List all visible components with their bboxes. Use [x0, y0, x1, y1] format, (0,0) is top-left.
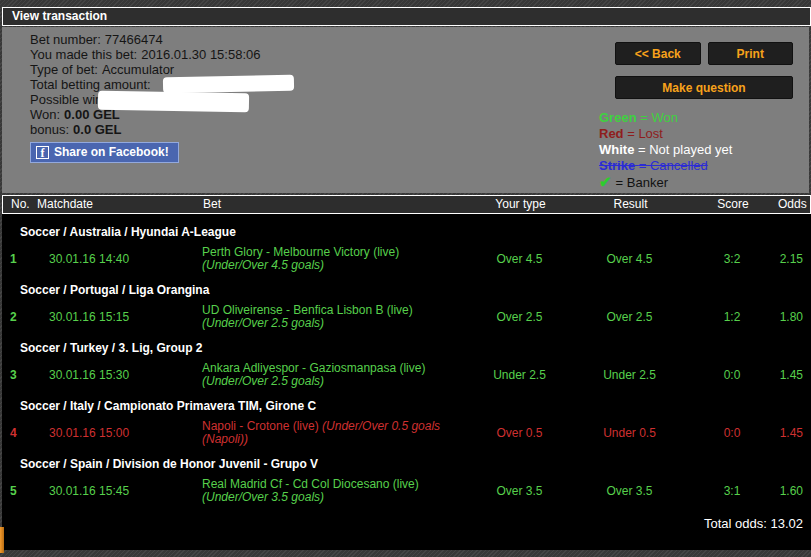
print-button[interactable]: Print [708, 42, 794, 65]
league-group: Soccer / Turkey / 3. Lig, Group 2 3 30.0… [2, 330, 811, 388]
bet-date-line: You made this bet:2016.01.30 15:58:06 [30, 47, 261, 62]
bet-date-label: You made this bet: [30, 47, 137, 62]
table-row: 4 30.01.16 15:00 Napoli - Crotone (live)… [2, 420, 811, 446]
redaction-blob-possible-win [98, 91, 249, 113]
bet-type-line: Type of bet:Accumulator [30, 62, 261, 77]
row-date: 30.01.16 15:30 [36, 368, 202, 382]
bet-type-value: Accumulator [102, 62, 174, 77]
make-question-button[interactable]: Make question [615, 76, 793, 99]
row-no: 5 [10, 484, 36, 498]
actions-and-legend: << Back Print Make question Green = Won … [615, 42, 793, 190]
bets-table: No. Matchdate Bet Your type Result Score… [2, 195, 811, 550]
table-row: 1 30.01.16 14:40 Perth Glory - Melbourne… [2, 246, 811, 272]
league-group: Soccer / Spain / Division de Honor Juven… [2, 446, 811, 504]
row-odds: 2.15 [777, 252, 803, 266]
row-your-type: Over 4.5 [467, 252, 572, 266]
table-row: 3 30.01.16 15:30 Ankara Adliyespor - Gaz… [2, 362, 811, 388]
table-row: 5 30.01.16 15:45 Real Madrid Cf - Cd Col… [2, 478, 811, 504]
color-legend: Green = Won Red = Lost White = Not playe… [599, 110, 793, 190]
bet-detail: (Under/Over 2.5 goals) [202, 316, 324, 330]
league-header: Soccer / Turkey / 3. Lig, Group 2 [2, 341, 811, 355]
row-score: 1:2 [687, 310, 777, 324]
facebook-icon: f [36, 146, 49, 159]
page-title: View transaction [2, 7, 811, 26]
row-no: 3 [10, 368, 36, 382]
row-bet: Ankara Adliyespor - Gaziosmanpasa (live)… [202, 362, 467, 388]
won-label: Won: [30, 107, 60, 122]
total-odds-value: 13.02 [770, 516, 803, 531]
table-header: No. Matchdate Bet Your type Result Score… [2, 195, 811, 214]
row-result: Over 4.5 [572, 252, 687, 266]
row-result: Under 0.5 [572, 426, 687, 440]
bet-number-label: Bet number: [30, 32, 101, 47]
row-your-type: Over 0.5 [467, 426, 572, 440]
redaction-blob-amount [163, 75, 294, 94]
row-result: Under 2.5 [572, 368, 687, 382]
bet-date-value: 2016.01.30 15:58:06 [141, 47, 260, 62]
col-no: No. [11, 196, 37, 213]
bet-detail: (Under/Over 4.5 goals) [202, 258, 324, 272]
edge-accent-strip [0, 527, 4, 553]
row-odds: 1.45 [777, 426, 803, 440]
row-bet: UD Oliveirense - Benfica Lisbon B (live)… [202, 304, 467, 330]
bet-name: UD Oliveirense - Benfica Lisbon B (live) [202, 303, 413, 317]
row-date: 30.01.16 15:15 [36, 310, 202, 324]
possible-win-label: Possible win [30, 92, 102, 107]
bet-name: Real Madrid Cf - Cd Col Diocesano (live) [202, 477, 419, 491]
col-bet: Bet [203, 196, 468, 213]
league-group: Soccer / Italy / Campionato Primavera TI… [2, 388, 811, 446]
checkmark-icon: ✔ [599, 173, 612, 190]
row-odds: 1.80 [777, 310, 803, 324]
bet-name: Ankara Adliyespor - Gaziosmanpasa (live) [202, 361, 425, 375]
row-your-type: Over 3.5 [467, 484, 572, 498]
col-score: Score [688, 196, 778, 213]
bet-number-line: Bet number:77466474 [30, 32, 261, 47]
row-no: 4 [10, 426, 36, 440]
col-result: Result [573, 196, 688, 213]
league-group: Soccer / Portugal / Liga Orangina 2 30.0… [2, 272, 811, 330]
legend-not-played: White = Not played yet [599, 142, 793, 158]
row-score: 3:1 [687, 484, 777, 498]
row-score: 0:0 [687, 368, 777, 382]
row-date: 30.01.16 14:40 [36, 252, 202, 266]
legend-lost: Red = Lost [599, 126, 793, 142]
bet-detail: (Under/Over 2.5 goals) [202, 374, 324, 388]
col-your-type: Your type [468, 196, 573, 213]
view-transaction-window: View transaction Bet number:77466474 You… [0, 0, 811, 557]
back-button[interactable]: << Back [615, 42, 701, 65]
league-header: Soccer / Australia / Hyundai A-League [2, 225, 811, 239]
row-result: Over 3.5 [572, 484, 687, 498]
row-odds: 1.60 [777, 484, 803, 498]
row-bet: Napoli - Crotone (live) (Under/Over 0.5 … [202, 420, 467, 446]
row-your-type: Under 2.5 [467, 368, 572, 382]
bonus-value: 0.0 GEL [73, 122, 121, 137]
info-panel: Bet number:77466474 You made this bet:20… [2, 27, 809, 193]
total-odds: Total odds: 13.02 [2, 516, 811, 531]
bet-type-label: Type of bet: [30, 62, 98, 77]
league-header: Soccer / Italy / Campionato Primavera TI… [2, 399, 811, 413]
league-group: Soccer / Australia / Hyundai A-League 1 … [2, 214, 811, 272]
betting-amount-label: Total betting amount: [30, 77, 151, 92]
league-header: Soccer / Spain / Division de Honor Juven… [2, 457, 811, 471]
share-facebook-label: Share on Facebook! [54, 145, 169, 159]
table-row: 2 30.01.16 15:15 UD Oliveirense - Benfic… [2, 304, 811, 330]
bet-name: Napoli - Crotone (live) [202, 419, 319, 433]
row-score: 0:0 [687, 426, 777, 440]
bet-detail: (Under/Over 3.5 goals) [202, 490, 324, 504]
share-facebook-button[interactable]: f Share on Facebook! [30, 142, 179, 163]
row-bet: Real Madrid Cf - Cd Col Diocesano (live)… [202, 478, 467, 504]
legend-banker: ✔= Banker [599, 174, 793, 190]
row-result: Over 2.5 [572, 310, 687, 324]
row-score: 3:2 [687, 252, 777, 266]
bet-name: Perth Glory - Melbourne Victory (live) [202, 245, 399, 259]
bet-number-value: 77466474 [105, 32, 163, 47]
col-matchdate: Matchdate [37, 196, 203, 213]
row-odds: 1.45 [777, 368, 803, 382]
bonus-label: bonus: [30, 122, 69, 137]
row-no: 2 [10, 310, 36, 324]
col-odds: Odds [778, 196, 807, 213]
total-odds-label: Total odds: [704, 516, 767, 531]
row-no: 1 [10, 252, 36, 266]
row-your-type: Over 2.5 [467, 310, 572, 324]
legend-won: Green = Won [599, 110, 793, 126]
